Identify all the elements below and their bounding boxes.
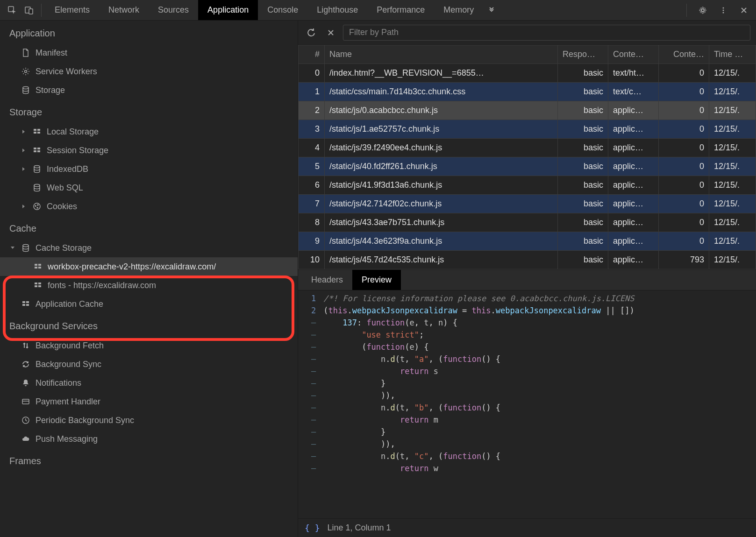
sidebar-item-service-workers[interactable]: Service Workers xyxy=(0,62,298,81)
table-row[interactable]: 6/static/js/41.9f3d13a6.chunk.jsbasicapp… xyxy=(299,176,756,195)
column-header[interactable]: Name xyxy=(325,45,558,64)
tree-item-label: Local Storage xyxy=(47,127,99,137)
table-row[interactable]: 3/static/js/1.ae52757c.chunk.jsbasicappl… xyxy=(299,120,756,139)
sidebar-item-periodic-background-sync[interactable]: Periodic Background Sync xyxy=(0,411,298,430)
svg-rect-2 xyxy=(29,9,33,14)
sidebar-item-background-sync[interactable]: Background Sync xyxy=(0,355,298,374)
cloud-icon xyxy=(21,435,31,443)
sidebar-item-session-storage[interactable]: Session Storage xyxy=(0,141,298,160)
db-icon xyxy=(21,244,31,252)
column-header[interactable]: Respo… xyxy=(558,45,608,64)
panel-tab-application[interactable]: Application xyxy=(198,0,258,20)
refresh-icon[interactable] xyxy=(304,25,319,40)
panel-tab-sources[interactable]: Sources xyxy=(149,0,198,20)
sidebar-item-local-storage[interactable]: Local Storage xyxy=(0,122,298,141)
delete-entry-icon[interactable] xyxy=(323,25,338,40)
section-storage: Storage xyxy=(0,99,298,122)
db-icon xyxy=(32,184,42,192)
sidebar-item-manifest[interactable]: Manifest xyxy=(0,43,298,62)
column-header[interactable]: # xyxy=(299,45,325,64)
svg-point-21 xyxy=(37,207,38,208)
svg-rect-14 xyxy=(34,150,36,152)
status-bar: { } Line 1, Column 1 xyxy=(298,518,756,537)
tree-item-label: fonts - https://excalidraw.com xyxy=(48,281,156,290)
svg-rect-26 xyxy=(38,267,41,268)
grid-icon xyxy=(21,300,31,308)
sidebar-item-indexeddb[interactable]: IndexedDB xyxy=(0,160,298,178)
cookie-icon xyxy=(32,202,42,211)
sidebar-item-cache-storage[interactable]: Cache Storage xyxy=(0,239,298,257)
device-toggle-icon[interactable] xyxy=(21,2,37,19)
sidebar-item-cache-entry[interactable]: fonts - https://excalidraw.com xyxy=(0,276,298,295)
sidebar-item-web-sql[interactable]: Web SQL xyxy=(0,178,298,197)
svg-point-5 xyxy=(723,12,724,13)
panel-tab-console[interactable]: Console xyxy=(258,0,307,20)
preview-tab-headers[interactable]: Headers xyxy=(302,270,352,290)
sidebar-item-push-messaging[interactable]: Push Messaging xyxy=(0,430,298,448)
svg-rect-15 xyxy=(37,150,40,152)
svg-rect-12 xyxy=(34,148,36,149)
grid-icon xyxy=(33,281,43,290)
column-header[interactable]: Conte… xyxy=(659,45,709,64)
table-row[interactable]: 4/static/js/39.f2490ee4.chunk.jsbasicapp… xyxy=(299,139,756,157)
sidebar-item-application-cache[interactable]: Application Cache xyxy=(0,295,298,313)
preview-tabs: HeadersPreview xyxy=(298,270,756,290)
chevron-icon xyxy=(21,204,27,209)
svg-rect-11 xyxy=(37,132,40,134)
tree-item-label: Cache Storage xyxy=(36,243,92,253)
panel-tab-memory[interactable]: Memory xyxy=(434,0,483,20)
sync-icon xyxy=(21,360,31,368)
table-row[interactable]: 10/static/js/45.7d24c535.chunk.jsbasicap… xyxy=(299,251,756,269)
svg-rect-13 xyxy=(37,148,40,149)
tree-item-label: Push Messaging xyxy=(36,434,98,444)
tree-item-label: Background Fetch xyxy=(36,341,104,351)
panel-tab-performance[interactable]: Performance xyxy=(367,0,434,20)
table-row[interactable]: 2/static/js/0.acabcbcc.chunk.jsbasicappl… xyxy=(299,101,756,120)
table-row[interactable]: 0/index.html?__WB_REVISION__=6855…basict… xyxy=(299,64,756,83)
svg-point-7 xyxy=(23,87,29,89)
tree-item-label: Payment Handler xyxy=(36,397,100,407)
kebab-menu-icon[interactable] xyxy=(715,2,732,19)
settings-icon[interactable] xyxy=(694,2,711,19)
svg-point-4 xyxy=(723,9,724,11)
preview-tab-preview[interactable]: Preview xyxy=(352,270,401,290)
tree-item-label: IndexedDB xyxy=(47,164,88,174)
svg-rect-8 xyxy=(34,129,36,131)
close-devtools-icon[interactable] xyxy=(735,2,752,19)
svg-point-17 xyxy=(34,184,40,187)
table-row[interactable]: 8/static/js/43.3ae7b751.chunk.jsbasicapp… xyxy=(299,213,756,232)
svg-rect-33 xyxy=(22,304,25,306)
filter-bar xyxy=(298,21,756,45)
svg-rect-31 xyxy=(22,301,25,303)
panel-tab-lighthouse[interactable]: Lighthouse xyxy=(307,0,367,20)
table-row[interactable]: 5/static/js/40.fd2ff261.chunk.jsbasicapp… xyxy=(299,157,756,176)
chevron-icon xyxy=(9,246,16,250)
table-row[interactable]: 1/static/css/main.7d14b3cc.chunk.cssbasi… xyxy=(299,83,756,101)
panel-tab-network[interactable]: Network xyxy=(99,0,149,20)
table-row[interactable]: 7/static/js/42.7142f02c.chunk.jsbasicapp… xyxy=(299,195,756,213)
panel-tab-elements[interactable]: Elements xyxy=(45,0,99,20)
inspect-element-icon[interactable] xyxy=(4,2,21,19)
column-header[interactable]: Time … xyxy=(709,45,756,64)
column-header[interactable]: Conte… xyxy=(608,45,659,64)
filter-input[interactable] xyxy=(343,25,750,41)
tree-item-label: Web SQL xyxy=(47,183,83,193)
cursor-position: Line 1, Column 1 xyxy=(328,523,391,533)
sidebar-item-storage[interactable]: Storage xyxy=(0,81,298,99)
more-tabs-icon[interactable] xyxy=(483,2,500,19)
table-row[interactable]: 9/static/js/44.3e623f9a.chunk.jsbasicapp… xyxy=(299,232,756,251)
svg-point-3 xyxy=(723,7,724,8)
section-background-services: Background Services xyxy=(0,313,298,336)
sidebar-item-payment-handler[interactable]: Payment Handler xyxy=(0,392,298,411)
db-icon xyxy=(21,86,31,94)
sidebar-item-background-fetch[interactable]: Background Fetch xyxy=(0,336,298,355)
sidebar-item-cookies[interactable]: Cookies xyxy=(0,197,298,216)
pretty-print-icon[interactable]: { } xyxy=(305,523,320,533)
sidebar-item-notifications[interactable]: Notifications xyxy=(0,374,298,392)
section-application: Application xyxy=(0,21,298,43)
bell-icon xyxy=(21,379,31,387)
svg-rect-24 xyxy=(38,264,41,266)
sidebar-item-cache-entry[interactable]: workbox-precache-v2-https://excalidraw.c… xyxy=(0,257,298,276)
code-content[interactable]: /*! For license information please see 0… xyxy=(320,290,756,518)
db-icon xyxy=(32,165,42,173)
